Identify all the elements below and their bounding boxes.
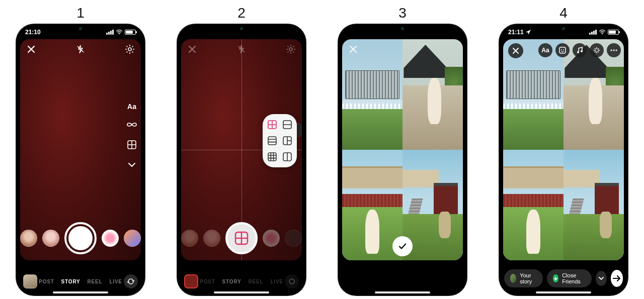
battery-icon [125,30,136,35]
mode-story[interactable]: STORY [61,279,80,284]
signal-icon [106,30,114,35]
camera-notch [401,27,404,30]
star-icon: ★ [553,274,558,282]
home-indicator [53,291,108,293]
status-time: 21:10 [25,29,41,36]
layout-option-3x3[interactable] [267,151,278,162]
mode-live[interactable]: LIVE [109,279,122,284]
mode-post[interactable]: POST [200,279,215,284]
svg-point-37 [615,49,617,51]
filter-lens[interactable] [42,230,59,247]
shutter-button[interactable] [64,222,97,254]
home-indicator [214,291,269,293]
home-indicator [375,291,430,293]
camera-flip-icon[interactable] [124,274,138,288]
svg-point-2 [128,48,131,51]
chevron-down-icon[interactable] [596,271,606,286]
layout-option-rows-2[interactable] [282,119,293,130]
layout-option-2x2[interactable] [267,119,278,130]
filter-lens[interactable] [102,230,119,247]
more-ellipsis-icon[interactable] [607,43,621,57]
mode-reel[interactable]: REEL [249,279,264,284]
camera-notch [240,27,243,30]
mode-post[interactable]: POST [39,279,54,284]
phone-frame [338,24,467,295]
layout-option-halves-v[interactable] [282,151,293,162]
text-tool-icon[interactable]: Aa [127,103,136,111]
step-number: 4 [559,5,568,21]
avatar [510,274,516,283]
layout-picker [263,114,297,167]
svg-point-34 [581,50,583,52]
camera-flip-icon[interactable] [285,274,299,288]
svg-point-0 [119,34,120,35]
shutter-button-layout[interactable] [225,222,258,254]
check-icon [398,242,407,251]
confirm-button[interactable] [392,236,413,256]
settings-gear-icon[interactable] [124,43,136,55]
filter-lens[interactable] [20,230,37,247]
filter-lens[interactable] [263,230,280,247]
battery-icon [608,30,619,35]
wifi-icon [599,30,606,35]
mode-reel[interactable]: REEL [88,279,103,284]
layout-option-col-split[interactable] [282,135,293,146]
step-number: 3 [398,5,407,21]
flash-off-icon[interactable] [235,43,248,55]
close-icon[interactable] [186,43,198,55]
camera-notch [562,27,565,30]
your-story-button[interactable]: Your story [504,269,543,287]
chevron-down-icon[interactable] [126,159,138,171]
mode-story[interactable]: STORY [222,279,242,284]
collage-cell[interactable] [403,39,463,150]
svg-point-32 [563,49,564,50]
close-friends-label: Close Friends [562,272,586,284]
collage-preview[interactable] [342,39,463,260]
boomerang-infinity-icon[interactable] [126,119,138,131]
camera-notch [79,27,82,30]
send-arrow-icon [612,275,621,282]
mode-live[interactable]: LIVE [270,279,283,284]
location-arrow-icon [526,30,531,35]
collage-cell[interactable] [342,39,403,150]
close-icon[interactable] [508,43,523,58]
layout-option-rows-3[interactable] [267,135,278,146]
music-icon[interactable] [573,43,587,57]
text-tool-icon[interactable]: Aa [538,43,552,57]
story-editor[interactable]: Aa [503,39,624,260]
svg-point-33 [577,51,579,53]
status-time: 21:11 [508,29,524,36]
filter-lens[interactable] [181,230,198,247]
camera-mode-selector[interactable]: POST STORY REEL LIVE [200,279,283,284]
svg-rect-13 [268,137,276,145]
phone-frame: 21:11 Aa [499,24,628,295]
settings-gear-icon[interactable] [285,43,297,55]
svg-point-31 [561,49,562,50]
send-button[interactable] [611,270,623,287]
svg-point-36 [613,49,614,51]
filter-lens[interactable] [203,230,220,247]
close-icon[interactable] [25,43,37,55]
your-story-label: Your story [520,272,537,284]
sparkle-effects-icon[interactable] [590,43,604,57]
filter-lens[interactable] [285,230,302,247]
svg-point-7 [289,48,292,51]
collage-cell[interactable] [503,150,564,260]
close-friends-button[interactable]: ★ Close Friends [547,269,592,287]
gallery-button[interactable] [184,274,198,288]
flash-off-icon[interactable] [74,43,87,55]
wifi-icon [116,30,123,35]
collage-cell[interactable] [564,150,624,260]
filter-lens[interactable] [124,230,141,247]
gallery-button[interactable] [23,274,37,288]
close-icon[interactable] [347,43,359,55]
svg-rect-19 [268,153,276,161]
sticker-icon[interactable] [555,43,570,57]
layout-grid-icon[interactable] [126,139,138,151]
phone-frame: 21:10 Aa [16,24,145,295]
svg-rect-30 [559,47,566,53]
home-indicator [536,291,591,293]
camera-mode-selector[interactable]: POST STORY REEL LIVE [39,279,122,284]
phone-frame: POST STORY REEL LIVE [177,24,306,295]
step-number: 1 [76,5,85,21]
